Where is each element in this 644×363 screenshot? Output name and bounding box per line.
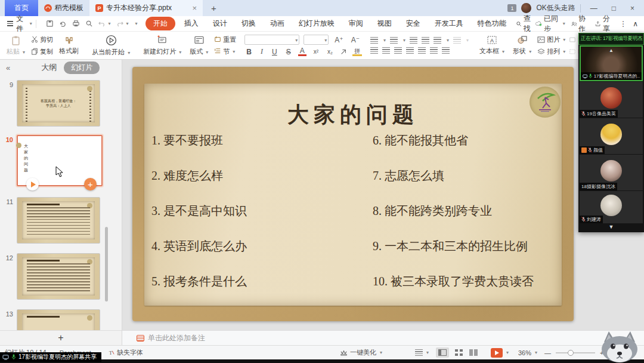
slide-sorter-view-button[interactable] — [455, 349, 463, 356]
tab-insert[interactable]: 插入 — [179, 17, 204, 30]
superscript-button[interactable]: x² — [312, 48, 320, 55]
collapse-panel-icon[interactable]: « — [6, 63, 10, 72]
tab-transition[interactable]: 切换 — [236, 17, 261, 30]
section-button[interactable]: 节 ▾ — [214, 47, 236, 56]
distribute-icon[interactable] — [418, 47, 426, 54]
new-tab-button[interactable]: + — [203, 3, 225, 13]
tab-close-icon[interactable]: × — [192, 4, 197, 13]
save-icon[interactable] — [46, 20, 54, 27]
slideshow-play-button[interactable]: ▾ — [491, 348, 509, 358]
tab-outline-view[interactable]: 大纲 — [41, 62, 57, 73]
reading-view-button[interactable] — [469, 349, 478, 356]
italic-button[interactable]: I — [259, 47, 265, 56]
add-slide-overlay-button[interactable]: + — [84, 178, 97, 190]
more-menu-icon[interactable]: ⋮ — [620, 20, 627, 28]
participant-tile-4[interactable]: 18摄影摄像沈冰 — [580, 155, 643, 190]
copy-button[interactable]: 复制 — [31, 47, 53, 56]
zoom-slider-knob[interactable] — [568, 350, 574, 356]
notes-view-toggle[interactable]: ▾ — [415, 349, 429, 356]
justify-icon[interactable] — [406, 47, 414, 54]
output-icon[interactable] — [59, 20, 67, 27]
question-column-right[interactable]: 6. 能不能报其他省 7. 志愿怎么填 8. 能不能跨类别跨专业 9. 一本二本… — [373, 133, 534, 309]
beautify-button[interactable]: 一键美化▾ — [340, 348, 382, 357]
add-slide-footer-button[interactable]: + — [0, 330, 122, 345]
reset-button[interactable]: 重置 — [214, 35, 236, 44]
font-color-button[interactable]: A — [298, 48, 306, 56]
paste-button[interactable]: 粘贴 ▾ — [4, 35, 27, 56]
zoom-out-button[interactable]: — — [544, 349, 551, 356]
cut-button[interactable]: 剪切 — [31, 35, 53, 44]
tab-slides-view[interactable]: 幻灯片 — [64, 61, 100, 74]
underline-button[interactable]: U — [270, 48, 279, 56]
meeting-panel[interactable]: 正在讲话: 17影视编导夏明杰 ▲ 17影视编导夏明杰的.. 19音像品美英 颜… — [578, 33, 644, 232]
new-slide-button[interactable]: 新建幻灯片 ▾ — [141, 35, 184, 56]
slide-thumbnail-10[interactable]: 10 大家的问题 + — [0, 135, 122, 186]
file-menu[interactable]: 文件 — [16, 14, 28, 34]
numbered-list-icon[interactable] — [390, 37, 398, 44]
notes-bar[interactable]: 单击此处添加备注 — [122, 330, 644, 345]
slide-thumbnail-12[interactable]: 12 — [0, 253, 122, 300]
question-column-left[interactable]: 1. 要不要报班 2. 难度怎么样 3. 是不是高中知识 4. 英语到底怎么办 … — [151, 133, 247, 309]
share-button[interactable]: 分享 — [595, 14, 614, 34]
bold-button[interactable]: B — [244, 48, 253, 56]
tab-devtools[interactable]: 开发工具 — [429, 17, 469, 30]
collapse-ribbon-icon[interactable]: ∧ — [633, 20, 638, 28]
play-from-current-button[interactable]: 从当前开始 ▾ — [89, 35, 132, 57]
font-size-select[interactable]: ▾ — [304, 35, 329, 45]
zoom-level[interactable]: 36%▾ — [518, 349, 537, 356]
decrease-indent-icon[interactable] — [410, 37, 417, 44]
tab-view[interactable]: 视图 — [372, 17, 397, 30]
slide-thumbnail-11[interactable]: 11 — [0, 197, 122, 244]
align-right-icon[interactable] — [394, 47, 402, 54]
sync-status[interactable]: 已同步▾ — [535, 14, 565, 34]
find-button[interactable]: 查找 — [516, 14, 535, 34]
highlight-button[interactable]: 拼 — [352, 48, 362, 56]
align-left-icon[interactable] — [370, 47, 378, 54]
participant-tile-3[interactable]: 颜值 — [580, 118, 643, 154]
columns-icon[interactable] — [442, 47, 450, 54]
undo-button[interactable]: ▾ — [98, 20, 111, 27]
layout-button[interactable]: 版式 ▾ — [187, 35, 210, 56]
tab-review[interactable]: 审阅 — [343, 17, 369, 30]
slide-title[interactable]: 大家的问题 — [144, 100, 562, 130]
scroll-down-icon[interactable]: ▼ — [578, 224, 644, 231]
increase-font-button[interactable]: A⁺ — [333, 36, 345, 44]
normal-view-button[interactable] — [436, 347, 449, 358]
tab-design[interactable]: 设计 — [208, 17, 233, 30]
tab-slideshow[interactable]: 幻灯片放映 — [293, 17, 340, 30]
participant-tile-5[interactable]: 刘建涛 — [580, 191, 643, 223]
shapes-button[interactable]: 形状 ▾ — [510, 35, 534, 56]
tab-docer[interactable]: ◠ 稻壳模板 — [38, 0, 89, 16]
slide-thumbnail-9[interactable]: 9 客观真相，普遍经验： 学历高：人上人 — [0, 80, 122, 127]
message-count-badge[interactable]: 1 — [507, 4, 516, 12]
participant-tile-2[interactable]: 19音像品美英 — [580, 82, 643, 118]
panel-scrollbar[interactable] — [105, 227, 108, 302]
close-button[interactable]: × — [626, 4, 639, 13]
username[interactable]: OK低头走路 — [536, 3, 575, 13]
increase-indent-icon[interactable] — [422, 37, 429, 44]
tab-animation[interactable]: 动画 — [265, 17, 290, 30]
participant-tile-1[interactable]: ▲ 17影视编导夏明杰的.. — [580, 45, 643, 81]
strikethrough-button[interactable]: S — [284, 48, 293, 56]
tab-document[interactable]: P 专升本经验分享.pptx × — [89, 0, 203, 16]
tab-features[interactable]: 特色功能 — [472, 17, 512, 30]
align-objects-icon[interactable] — [453, 37, 461, 44]
slide-canvas[interactable]: 大家的问题 1. 要不要报班 2. 难度怎么样 3. 是不是高中知识 4. 英语… — [122, 60, 644, 330]
collapse-panel-up-icon[interactable]: ▲ — [609, 48, 614, 53]
decrease-font-button[interactable]: A⁻ — [349, 36, 361, 44]
menu-icon[interactable] — [7, 21, 13, 26]
picture-button[interactable]: 图片 ▾ — [537, 35, 565, 44]
missing-font-warning[interactable]: T 缺失字体 — [108, 348, 143, 357]
current-slide[interactable]: 大家的问题 1. 要不要报班 2. 难度怎么样 3. 是不是高中知识 4. 英语… — [132, 67, 574, 321]
tab-security[interactable]: 安全 — [401, 17, 426, 30]
line-spacing-icon[interactable] — [430, 47, 438, 54]
clear-format-icon[interactable] — [340, 48, 347, 56]
print-icon[interactable] — [72, 20, 80, 27]
text-direction-icon[interactable] — [434, 37, 441, 44]
slide-thumbnail-13[interactable]: 13 — [0, 309, 122, 330]
bullet-list-icon[interactable] — [370, 37, 378, 44]
user-avatar[interactable] — [521, 3, 531, 13]
quickbar-more-icon[interactable]: ▾ — [135, 21, 138, 26]
textbox-button[interactable]: A 文本框 ▾ — [477, 35, 507, 56]
format-painter-button[interactable]: 格式刷 — [57, 35, 81, 56]
